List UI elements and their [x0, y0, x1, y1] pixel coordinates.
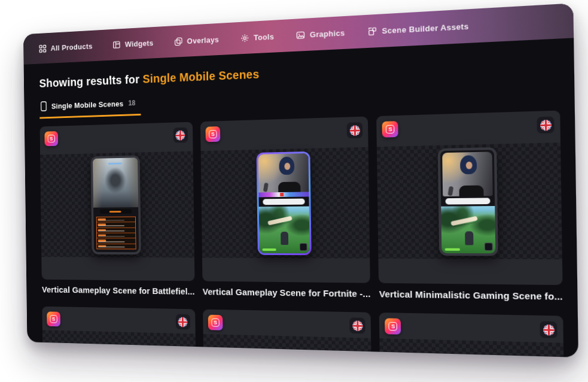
- language-flag-button[interactable]: [350, 317, 366, 334]
- stat-text: [98, 220, 124, 221]
- stats-row: [97, 228, 135, 233]
- results-section: Showing results for Single Mobile Scenes…: [24, 38, 578, 357]
- streamlabs-logo-icon: S: [208, 315, 223, 331]
- mobile-phone-icon: [41, 101, 47, 111]
- stat-text: [98, 247, 125, 248]
- stats-panel: [96, 217, 136, 250]
- scene-builder-icon: [368, 26, 377, 36]
- card-bottom-band: [379, 259, 563, 285]
- streamlabs-logo-icon: S: [205, 126, 220, 142]
- game-character: [465, 231, 473, 245]
- product-card-partial[interactable]: S: [203, 310, 373, 357]
- transparent-preview-area: [42, 330, 197, 357]
- nav-item-overlays[interactable]: Overlays: [174, 35, 219, 46]
- nav-item-tools[interactable]: Tools: [240, 32, 274, 43]
- stream-label-pill: [100, 209, 132, 214]
- product-title[interactable]: Vertical Minimalistic Gaming Scene fo...: [379, 288, 563, 303]
- transparent-preview-area: [201, 147, 370, 259]
- language-flag-button[interactable]: [347, 122, 363, 138]
- uk-flag-icon: [352, 320, 362, 331]
- xp-bar: [262, 248, 276, 251]
- stat-text: [98, 241, 125, 242]
- page-title-prefix: Showing results for: [39, 72, 142, 89]
- product-title[interactable]: Vertical Gameplay Scene for Fortnite -..…: [203, 286, 371, 300]
- stat-text: [98, 231, 125, 232]
- widget-icon: [112, 40, 121, 49]
- streamer-torso: [278, 182, 300, 193]
- transparent-preview-area: [40, 151, 194, 257]
- language-flag-button[interactable]: [176, 314, 190, 330]
- transparent-preview-area: [377, 143, 562, 259]
- nav-item-all-products[interactable]: All Products: [39, 41, 93, 53]
- glider: [267, 216, 292, 226]
- stats-row: [97, 222, 135, 228]
- streamer-face: [284, 163, 290, 170]
- gameplay-screenshot: [258, 207, 309, 254]
- xp-bar: [444, 248, 460, 251]
- card-media: S: [379, 313, 565, 357]
- card-media: S: [42, 307, 197, 357]
- stats-row: [97, 232, 135, 238]
- product-grid: S: [40, 111, 560, 357]
- uk-flag-icon: [543, 324, 554, 335]
- gear-icon: [240, 33, 249, 43]
- nav-label: All Products: [51, 41, 93, 52]
- webcam-frame: [258, 153, 309, 192]
- transparent-preview-area: [203, 334, 373, 357]
- gameplay-screenshot: [93, 157, 138, 207]
- overlay-banner-pill: [263, 199, 304, 205]
- logo-letter: S: [211, 319, 219, 327]
- phone-mockup-minimalistic: [437, 147, 498, 256]
- product-title[interactable]: Vertical Gameplay Scene for Battlefiel..…: [42, 284, 195, 298]
- game-character: [281, 232, 289, 245]
- tab-single-mobile-scenes[interactable]: Single Mobile Scenes 18: [39, 98, 141, 119]
- streamlabs-logo-icon: S: [47, 311, 60, 326]
- uk-flag-icon: [540, 119, 551, 131]
- stats-row: [97, 238, 135, 243]
- phone-mockup-fortnite: [256, 151, 311, 255]
- card-bottom-band: [202, 257, 370, 283]
- card-top-band: S: [40, 122, 193, 155]
- card-top-band: S: [42, 307, 195, 334]
- product-card-partial[interactable]: S: [379, 313, 565, 357]
- streamlabs-logo-icon: S: [382, 121, 398, 137]
- product-card-fortnite[interactable]: S: [200, 116, 371, 300]
- language-flag-button[interactable]: [540, 321, 557, 338]
- nav-label: Overlays: [187, 35, 219, 46]
- overlay-banner-strip: [258, 192, 309, 197]
- glider: [450, 216, 477, 226]
- app-window: All Products Widgets Overlays Tools: [23, 3, 578, 357]
- stat-text: [98, 236, 125, 237]
- language-flag-button[interactable]: [537, 116, 554, 134]
- phone-mockup-battlefield: [90, 155, 141, 254]
- overlay-banner-pill: [445, 198, 490, 204]
- streamer-torso: [459, 185, 483, 196]
- minimap: [299, 243, 307, 251]
- language-flag-button[interactable]: [173, 128, 188, 143]
- product-card-partial[interactable]: S: [42, 307, 197, 357]
- logo-letter: S: [386, 125, 395, 134]
- microphone: [263, 183, 269, 192]
- minimap: [484, 242, 492, 251]
- logo-letter: S: [209, 130, 217, 138]
- microphone: [447, 186, 453, 196]
- nav-item-graphics[interactable]: Graphics: [296, 28, 345, 40]
- grid-icon: [39, 44, 47, 53]
- logo-letter: S: [50, 315, 57, 323]
- tab-label: Single Mobile Scenes: [51, 99, 124, 110]
- page-title: Showing results for Single Mobile Scenes: [39, 54, 554, 90]
- product-card-battlefield[interactable]: S: [40, 122, 195, 298]
- nav-label: Widgets: [125, 38, 154, 48]
- nav-item-scene-builder-assets[interactable]: Scene Builder Assets: [368, 22, 469, 36]
- overlays-icon: [174, 37, 182, 46]
- uk-flag-icon: [350, 125, 360, 136]
- nav-item-widgets[interactable]: Widgets: [112, 38, 153, 49]
- logo-letter: S: [48, 135, 55, 143]
- product-card-minimalistic[interactable]: S: [377, 110, 563, 303]
- streamer-face: [465, 162, 472, 169]
- image-icon: [296, 30, 305, 40]
- uk-flag-icon: [178, 317, 188, 327]
- card-media: S: [40, 122, 195, 281]
- gameplay-screenshot: [441, 206, 495, 253]
- uk-flag-icon: [176, 130, 185, 140]
